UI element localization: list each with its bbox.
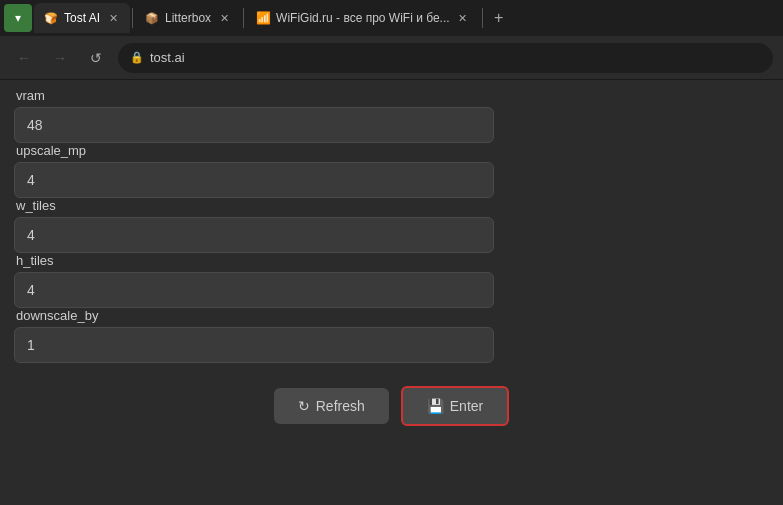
tab-litterbox-close[interactable]: ✕	[217, 11, 231, 25]
field-label-upscale_mp: upscale_mp	[14, 143, 769, 158]
tab-litterbox[interactable]: 📦 Litterbox ✕	[135, 3, 241, 33]
tab-list-button[interactable]: ▾	[4, 4, 32, 32]
forward-button[interactable]: →	[46, 44, 74, 72]
field-input-vram[interactable]	[14, 107, 494, 143]
tab-tost-label: Tost AI	[64, 11, 100, 25]
tab-wifigid-label: WiFiGid.ru - все про WiFi и бе...	[276, 11, 450, 25]
litterbox-favicon: 📦	[145, 11, 159, 25]
field-group-upscale_mp: upscale_mp	[14, 143, 769, 198]
fields-container: vramupscale_mpw_tilesh_tilesdownscale_by	[14, 88, 769, 363]
tab-tost-ai[interactable]: 🍞 Tost AI ✕	[34, 3, 130, 33]
field-group-vram: vram	[14, 88, 769, 143]
field-label-w_tiles: w_tiles	[14, 198, 769, 213]
field-input-upscale_mp[interactable]	[14, 162, 494, 198]
field-label-vram: vram	[14, 88, 769, 103]
field-group-downscale_by: downscale_by	[14, 308, 769, 363]
buttons-row: ↻ Refresh 💾 Enter	[14, 381, 769, 426]
enter-button[interactable]: 💾 Enter	[401, 386, 509, 426]
field-label-h_tiles: h_tiles	[14, 253, 769, 268]
new-tab-button[interactable]: +	[485, 4, 513, 32]
tab-wifigid-close[interactable]: ✕	[456, 11, 470, 25]
refresh-icon: ↻	[298, 398, 310, 414]
enter-icon: 💾	[427, 398, 444, 414]
field-input-w_tiles[interactable]	[14, 217, 494, 253]
address-bar: ← → ↺ 🔒 tost.ai	[0, 36, 783, 80]
url-bar[interactable]: 🔒 tost.ai	[118, 43, 773, 73]
field-input-h_tiles[interactable]	[14, 272, 494, 308]
tab-tost-close[interactable]: ✕	[106, 11, 120, 25]
wifigid-favicon: 📶	[256, 11, 270, 25]
tab-bar: ▾ 🍞 Tost AI ✕ 📦 Litterbox ✕ 📶 WiFiGid.ru…	[0, 0, 783, 36]
url-lock-icon: 🔒	[130, 51, 144, 64]
url-text: tost.ai	[150, 50, 185, 65]
field-group-w_tiles: w_tiles	[14, 198, 769, 253]
tab-separator-2	[243, 8, 244, 28]
tab-wifigid[interactable]: 📶 WiFiGid.ru - все про WiFi и бе... ✕	[246, 3, 480, 33]
refresh-button[interactable]: ↻ Refresh	[274, 388, 389, 424]
page-content: vramupscale_mpw_tilesh_tilesdownscale_by…	[0, 80, 783, 505]
back-button[interactable]: ←	[10, 44, 38, 72]
field-label-downscale_by: downscale_by	[14, 308, 769, 323]
tab-litterbox-label: Litterbox	[165, 11, 211, 25]
field-input-downscale_by[interactable]	[14, 327, 494, 363]
tab-separator-3	[482, 8, 483, 28]
arrow-container: 💾 Enter	[401, 386, 509, 426]
tost-favicon: 🍞	[44, 11, 58, 25]
tab-separator-1	[132, 8, 133, 28]
reload-button[interactable]: ↺	[82, 44, 110, 72]
field-group-h_tiles: h_tiles	[14, 253, 769, 308]
enter-label: Enter	[450, 398, 483, 414]
refresh-label: Refresh	[316, 398, 365, 414]
